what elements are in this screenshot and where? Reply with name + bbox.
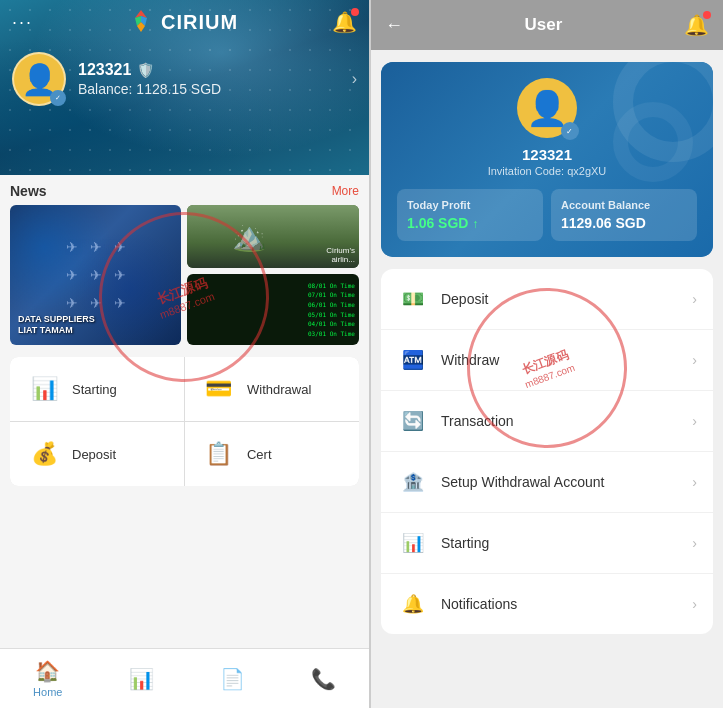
withdraw-arrow: ›: [692, 352, 697, 368]
menu-item-deposit[interactable]: 💰 Deposit: [10, 422, 184, 486]
right-menu-notifications[interactable]: 🔔 Notifications ›: [381, 574, 713, 634]
right-avatar-circle: 👤 ✓: [517, 78, 577, 138]
nav-home[interactable]: 🏠 Home: [21, 655, 74, 702]
transaction-arrow: ›: [692, 413, 697, 429]
nav-chart[interactable]: 📊: [117, 663, 166, 695]
avatar-badge: ✓: [50, 90, 66, 106]
terminal-text: 08/01 On Time 07/01 On Time 06/01 On Tim…: [308, 281, 355, 339]
notification-bell[interactable]: 🔔: [332, 10, 357, 34]
right-user-id: 123321: [397, 146, 697, 163]
home-label: Home: [33, 686, 62, 698]
starting-icon: 📊: [26, 371, 62, 407]
back-button[interactable]: ←: [385, 15, 403, 36]
right-bell-container[interactable]: 🔔: [684, 13, 709, 37]
logo-area: CIRIUM: [127, 8, 238, 36]
news-left-caption: DATA SUPPLIERSLIAT TAMAM: [18, 314, 173, 337]
right-header: ← User 🔔: [371, 0, 723, 50]
today-profit-label: Today Profit: [407, 199, 533, 211]
right-menu-deposit[interactable]: 💵 Deposit ›: [381, 269, 713, 330]
account-balance-label: Account Balance: [561, 199, 687, 211]
news-image-left[interactable]: ✈ ✈ ✈ ✈ ✈ ✈ ✈ ✈ ✈ DATA SUPPLIERSLIAT TAM…: [10, 205, 181, 345]
setup-withdrawal-label: Setup Withdrawal Account: [441, 474, 680, 490]
verified-icon: 🛡️: [137, 62, 154, 78]
news-title: News: [10, 183, 47, 199]
starting-right-icon: 📊: [397, 527, 429, 559]
right-menu-starting[interactable]: 📊 Starting ›: [381, 513, 713, 574]
avatar: 👤 ✓: [12, 52, 66, 106]
transaction-menu-label: Transaction: [441, 413, 680, 429]
dots-menu-button[interactable]: ···: [12, 12, 33, 33]
orders-icon: 📄: [220, 667, 245, 691]
right-menu-transaction[interactable]: 🔄 Transaction ›: [381, 391, 713, 452]
cert-icon: 📋: [201, 436, 237, 472]
withdraw-menu-label: Withdraw: [441, 352, 680, 368]
menu-item-starting[interactable]: 📊 Starting: [10, 357, 184, 421]
right-bell-dot: [703, 11, 711, 19]
withdraw-menu-icon: 🏧: [397, 344, 429, 376]
menu-item-cert[interactable]: 📋 Cert: [185, 422, 359, 486]
balance-text: Balance: 1128.15 SGD: [78, 81, 340, 97]
today-profit-box: Today Profit 1.06 SGD ↑: [397, 189, 543, 241]
right-panel: ← User 🔔 👤 ✓ 123321 Invitation Code: qx2…: [371, 0, 723, 708]
news-right-col: 🏔️ Cirium's airlin... 08/01 On Time 07/0…: [187, 205, 358, 345]
logo-text: CIRIUM: [161, 11, 238, 34]
hero-section: ··· CIRIUM 🔔 👤 ✓: [0, 0, 369, 175]
deposit-icon: 💰: [26, 436, 62, 472]
account-balance-value: 1129.06 SGD: [561, 215, 687, 231]
withdrawal-icon: 💳: [201, 371, 237, 407]
transaction-menu-icon: 🔄: [397, 405, 429, 437]
menu-grid: 📊 Starting 💳 Withdrawal 💰 Deposit 📋 Cert: [10, 357, 359, 486]
cert-label: Cert: [247, 447, 272, 462]
nav-contact[interactable]: 📞: [299, 663, 348, 695]
left-panel: ··· CIRIUM 🔔 👤 ✓: [0, 0, 369, 708]
right-menu-withdraw[interactable]: 🏧 Withdraw ›: [381, 330, 713, 391]
setup-withdrawal-icon: 🏦: [397, 466, 429, 498]
withdrawal-label: Withdrawal: [247, 382, 311, 397]
hero-top-bar: ··· CIRIUM 🔔: [0, 0, 369, 44]
logo-icon: [127, 8, 155, 36]
contact-icon: 📞: [311, 667, 336, 691]
deposit-label: Deposit: [72, 447, 116, 462]
right-menu-setup-withdrawal[interactable]: 🏦 Setup Withdrawal Account ›: [381, 452, 713, 513]
deposit-menu-label: Deposit: [441, 291, 680, 307]
right-invite-code: Invitation Code: qx2gXU: [397, 165, 697, 177]
nav-orders[interactable]: 📄: [208, 663, 257, 695]
news-images: ✈ ✈ ✈ ✈ ✈ ✈ ✈ ✈ ✈ DATA SUPPLIERSLIAT TAM…: [10, 205, 359, 345]
profit-arrow: ↑: [472, 217, 478, 231]
invite-code-label: Invitation Code:: [488, 165, 564, 177]
user-id-row: 123321 🛡️: [78, 61, 340, 79]
bottom-nav: 🏠 Home 📊 📄 📞: [0, 648, 369, 708]
user-id: 123321: [78, 61, 131, 79]
right-avatar-silhouette: 👤: [526, 88, 568, 128]
right-stats-row: Today Profit 1.06 SGD ↑ Account Balance …: [397, 189, 697, 241]
notifications-menu-label: Notifications: [441, 596, 680, 612]
news-more-button[interactable]: More: [332, 184, 359, 198]
starting-right-label: Starting: [441, 535, 680, 551]
today-profit-value: 1.06 SGD ↑: [407, 215, 533, 231]
notification-dot: [351, 8, 359, 16]
right-avatar-badge: ✓: [561, 122, 579, 140]
notifications-arrow: ›: [692, 596, 697, 612]
right-panel-title: User: [525, 15, 563, 35]
account-balance-box: Account Balance 1129.06 SGD: [551, 189, 697, 241]
user-info: 123321 🛡️ Balance: 1128.15 SGD: [78, 61, 340, 97]
chart-icon: 📊: [129, 667, 154, 691]
profile-arrow[interactable]: ›: [352, 70, 357, 88]
invite-code-value: qx2gXU: [567, 165, 606, 177]
deposit-menu-icon: 💵: [397, 283, 429, 315]
news-header: News More: [10, 183, 359, 199]
menu-item-withdrawal[interactable]: 💳 Withdrawal: [185, 357, 359, 421]
home-icon: 🏠: [35, 659, 60, 683]
news-image-top-right[interactable]: 🏔️ Cirium's airlin...: [187, 205, 358, 268]
news-section: News More ✈ ✈ ✈ ✈ ✈ ✈ ✈ ✈ ✈: [0, 175, 369, 349]
right-avatar: 👤 ✓: [397, 78, 697, 138]
right-user-card: 👤 ✓ 123321 Invitation Code: qx2gXU Today…: [381, 62, 713, 257]
deposit-arrow: ›: [692, 291, 697, 307]
starting-right-arrow: ›: [692, 535, 697, 551]
notifications-menu-icon: 🔔: [397, 588, 429, 620]
hero-user-section: 👤 ✓ 123321 🛡️ Balance: 1128.15 SGD ›: [0, 44, 369, 114]
news-image-bottom-right[interactable]: 08/01 On Time 07/01 On Time 06/01 On Tim…: [187, 274, 358, 345]
starting-label: Starting: [72, 382, 117, 397]
news-top-right-caption: Cirium's airlin...: [312, 242, 359, 268]
setup-withdrawal-arrow: ›: [692, 474, 697, 490]
